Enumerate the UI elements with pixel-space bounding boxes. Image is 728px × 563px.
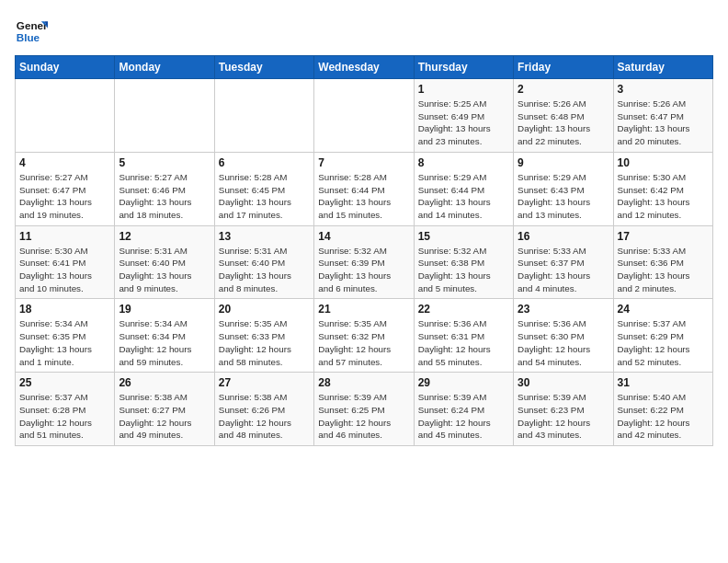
day-cell: 23Sunrise: 5:36 AM Sunset: 6:30 PM Dayli… (514, 299, 613, 373)
day-info: Sunrise: 5:34 AM Sunset: 6:35 PM Dayligh… (19, 317, 110, 368)
day-number: 1 (418, 83, 509, 96)
calendar-table: SundayMondayTuesdayWednesdayThursdayFrid… (15, 55, 713, 446)
logo-icon: General Blue (15, 15, 48, 48)
day-cell: 13Sunrise: 5:31 AM Sunset: 6:40 PM Dayli… (214, 225, 313, 299)
day-cell: 6Sunrise: 5:28 AM Sunset: 6:45 PM Daylig… (214, 152, 313, 225)
day-cell: 2Sunrise: 5:26 AM Sunset: 6:48 PM Daylig… (514, 79, 613, 153)
day-number: 29 (418, 376, 509, 389)
day-number: 17 (618, 230, 709, 243)
day-number: 24 (618, 303, 709, 316)
day-info: Sunrise: 5:38 AM Sunset: 6:27 PM Dayligh… (119, 391, 210, 442)
day-info: Sunrise: 5:31 AM Sunset: 6:40 PM Dayligh… (219, 245, 310, 295)
week-row-3: 11Sunrise: 5:30 AM Sunset: 6:41 PM Dayli… (16, 225, 713, 299)
day-cell: 15Sunrise: 5:32 AM Sunset: 6:38 PM Dayli… (414, 225, 513, 299)
day-number: 30 (518, 376, 609, 389)
day-cell: 29Sunrise: 5:39 AM Sunset: 6:24 PM Dayli… (414, 373, 513, 446)
day-cell: 28Sunrise: 5:39 AM Sunset: 6:25 PM Dayli… (314, 373, 414, 446)
day-info: Sunrise: 5:28 AM Sunset: 6:45 PM Dayligh… (219, 171, 310, 222)
day-number: 23 (518, 303, 609, 316)
day-info: Sunrise: 5:36 AM Sunset: 6:30 PM Dayligh… (518, 317, 609, 368)
day-info: Sunrise: 5:30 AM Sunset: 6:42 PM Dayligh… (618, 171, 709, 222)
day-info: Sunrise: 5:35 AM Sunset: 6:32 PM Dayligh… (318, 317, 409, 368)
day-number: 7 (318, 156, 409, 169)
day-cell (115, 79, 214, 153)
day-info: Sunrise: 5:40 AM Sunset: 6:22 PM Dayligh… (618, 391, 709, 442)
day-cell: 11Sunrise: 5:30 AM Sunset: 6:41 PM Dayli… (16, 225, 115, 299)
day-number: 10 (618, 156, 709, 169)
day-number: 2 (518, 83, 609, 96)
day-cell: 8Sunrise: 5:29 AM Sunset: 6:44 PM Daylig… (414, 152, 513, 225)
day-info: Sunrise: 5:25 AM Sunset: 6:49 PM Dayligh… (418, 98, 509, 148)
day-cell: 25Sunrise: 5:37 AM Sunset: 6:28 PM Dayli… (16, 373, 115, 446)
day-number: 28 (318, 376, 409, 389)
day-number: 21 (318, 303, 409, 316)
day-cell: 16Sunrise: 5:33 AM Sunset: 6:37 PM Dayli… (514, 225, 613, 299)
day-info: Sunrise: 5:33 AM Sunset: 6:37 PM Dayligh… (518, 245, 609, 295)
day-cell: 14Sunrise: 5:32 AM Sunset: 6:39 PM Dayli… (314, 225, 414, 299)
day-number: 20 (219, 303, 310, 316)
day-number: 18 (19, 303, 110, 316)
day-cell: 20Sunrise: 5:35 AM Sunset: 6:33 PM Dayli… (214, 299, 313, 373)
day-info: Sunrise: 5:35 AM Sunset: 6:33 PM Dayligh… (219, 317, 310, 368)
day-cell: 22Sunrise: 5:36 AM Sunset: 6:31 PM Dayli… (414, 299, 513, 373)
day-info: Sunrise: 5:30 AM Sunset: 6:41 PM Dayligh… (19, 245, 110, 295)
weekday-header-saturday: Saturday (613, 56, 712, 79)
page-header: General Blue (15, 15, 713, 48)
day-info: Sunrise: 5:39 AM Sunset: 6:23 PM Dayligh… (518, 391, 609, 442)
day-cell (314, 79, 414, 153)
day-info: Sunrise: 5:31 AM Sunset: 6:40 PM Dayligh… (119, 245, 210, 295)
day-number: 16 (518, 230, 609, 243)
day-cell: 9Sunrise: 5:29 AM Sunset: 6:43 PM Daylig… (514, 152, 613, 225)
day-info: Sunrise: 5:27 AM Sunset: 6:46 PM Dayligh… (119, 171, 210, 222)
day-cell: 30Sunrise: 5:39 AM Sunset: 6:23 PM Dayli… (514, 373, 613, 446)
day-info: Sunrise: 5:32 AM Sunset: 6:38 PM Dayligh… (418, 245, 509, 295)
day-cell: 10Sunrise: 5:30 AM Sunset: 6:42 PM Dayli… (613, 152, 712, 225)
day-info: Sunrise: 5:36 AM Sunset: 6:31 PM Dayligh… (418, 317, 509, 368)
day-cell: 21Sunrise: 5:35 AM Sunset: 6:32 PM Dayli… (314, 299, 414, 373)
day-info: Sunrise: 5:39 AM Sunset: 6:24 PM Dayligh… (418, 391, 509, 442)
day-number: 14 (318, 230, 409, 243)
day-number: 15 (418, 230, 509, 243)
day-info: Sunrise: 5:28 AM Sunset: 6:44 PM Dayligh… (318, 171, 409, 222)
weekday-header-friday: Friday (514, 56, 613, 79)
day-cell (16, 79, 115, 153)
weekday-header-wednesday: Wednesday (314, 56, 414, 79)
day-cell: 7Sunrise: 5:28 AM Sunset: 6:44 PM Daylig… (314, 152, 414, 225)
day-number: 8 (418, 156, 509, 169)
day-cell: 24Sunrise: 5:37 AM Sunset: 6:29 PM Dayli… (613, 299, 712, 373)
day-cell: 31Sunrise: 5:40 AM Sunset: 6:22 PM Dayli… (613, 373, 712, 446)
weekday-header-thursday: Thursday (414, 56, 513, 79)
day-info: Sunrise: 5:39 AM Sunset: 6:25 PM Dayligh… (318, 391, 409, 442)
day-number: 22 (418, 303, 509, 316)
day-number: 3 (618, 83, 709, 96)
day-number: 27 (219, 376, 310, 389)
day-cell: 1Sunrise: 5:25 AM Sunset: 6:49 PM Daylig… (414, 79, 513, 153)
day-info: Sunrise: 5:33 AM Sunset: 6:36 PM Dayligh… (618, 245, 709, 295)
day-cell: 17Sunrise: 5:33 AM Sunset: 6:36 PM Dayli… (613, 225, 712, 299)
day-number: 19 (119, 303, 210, 316)
day-cell: 26Sunrise: 5:38 AM Sunset: 6:27 PM Dayli… (115, 373, 214, 446)
day-info: Sunrise: 5:34 AM Sunset: 6:34 PM Dayligh… (119, 317, 210, 368)
day-info: Sunrise: 5:37 AM Sunset: 6:28 PM Dayligh… (19, 391, 110, 442)
day-info: Sunrise: 5:29 AM Sunset: 6:43 PM Dayligh… (518, 171, 609, 222)
day-info: Sunrise: 5:32 AM Sunset: 6:39 PM Dayligh… (318, 245, 409, 295)
day-info: Sunrise: 5:27 AM Sunset: 6:47 PM Dayligh… (19, 171, 110, 222)
day-number: 12 (119, 230, 210, 243)
week-row-1: 1Sunrise: 5:25 AM Sunset: 6:49 PM Daylig… (16, 79, 713, 153)
day-cell: 27Sunrise: 5:38 AM Sunset: 6:26 PM Dayli… (214, 373, 313, 446)
day-cell: 12Sunrise: 5:31 AM Sunset: 6:40 PM Dayli… (115, 225, 214, 299)
day-info: Sunrise: 5:38 AM Sunset: 6:26 PM Dayligh… (219, 391, 310, 442)
day-cell (214, 79, 313, 153)
day-number: 5 (119, 156, 210, 169)
week-row-2: 4Sunrise: 5:27 AM Sunset: 6:47 PM Daylig… (16, 152, 713, 225)
day-number: 13 (219, 230, 310, 243)
weekday-header-monday: Monday (115, 56, 214, 79)
day-number: 6 (219, 156, 310, 169)
week-row-5: 25Sunrise: 5:37 AM Sunset: 6:28 PM Dayli… (16, 373, 713, 446)
week-row-4: 18Sunrise: 5:34 AM Sunset: 6:35 PM Dayli… (16, 299, 713, 373)
day-info: Sunrise: 5:37 AM Sunset: 6:29 PM Dayligh… (618, 317, 709, 368)
logo: General Blue (15, 15, 48, 48)
day-info: Sunrise: 5:26 AM Sunset: 6:47 PM Dayligh… (618, 98, 709, 148)
day-cell: 3Sunrise: 5:26 AM Sunset: 6:47 PM Daylig… (613, 79, 712, 153)
day-number: 9 (518, 156, 609, 169)
